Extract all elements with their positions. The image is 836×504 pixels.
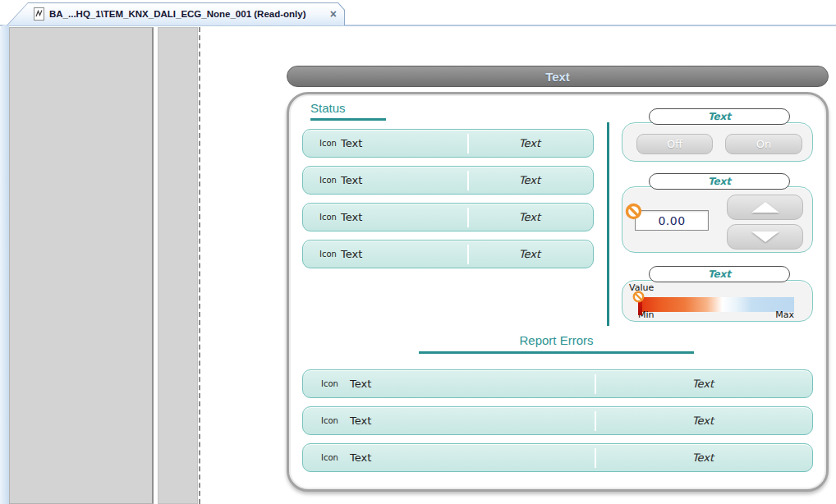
off-button[interactable]: Off xyxy=(636,134,713,154)
document-tab[interactable]: BA_...HQ_1\TEM_KNX_DALI_ECG_None_001 (Re… xyxy=(7,2,345,25)
report-row-icon: Icon xyxy=(321,416,338,425)
report-row-value: Text xyxy=(595,415,811,427)
switch-caption-label: Text xyxy=(708,111,731,122)
on-button[interactable]: On xyxy=(725,134,802,154)
window-frame-edge xyxy=(0,25,9,504)
gradient-group-caption: Text xyxy=(649,266,790,282)
report-row-icon: Icon xyxy=(321,379,338,388)
spinner-group-caption: Text xyxy=(649,173,790,190)
no-entry-icon xyxy=(625,203,642,223)
status-row-icon: Icon xyxy=(319,139,337,148)
app-window: BA_...HQ_1\TEM_KNX_DALI_ECG_None_001 (Re… xyxy=(0,0,836,504)
template-panel: Status Icon Text Text Icon Text Text Ico… xyxy=(287,92,829,492)
status-row-value: Text xyxy=(467,248,592,260)
status-row-label: Text xyxy=(341,211,362,223)
report-error-row[interactable]: Icon Text Text xyxy=(302,369,813,398)
status-row[interactable]: Icon Text Text xyxy=(302,129,594,158)
close-icon[interactable]: × xyxy=(327,8,340,20)
report-row-icon: Icon xyxy=(321,453,338,462)
status-underline xyxy=(310,118,386,121)
dock-splitter[interactable] xyxy=(199,27,200,504)
tab-title: BA_...HQ_1\TEM_KNX_DALI_ECG_None_001 (Re… xyxy=(49,9,322,19)
report-row-value: Text xyxy=(595,451,811,464)
template-header: Text xyxy=(287,66,829,87)
report-row-label: Text xyxy=(350,378,371,390)
status-row-icon: Icon xyxy=(319,213,337,222)
status-row-value: Text xyxy=(467,211,592,223)
decrement-button[interactable] xyxy=(727,224,803,250)
status-row[interactable]: Icon Text Text xyxy=(302,166,594,195)
status-row-label: Text xyxy=(341,137,362,149)
report-errors-underline xyxy=(419,351,694,354)
value-input[interactable]: 0.00 xyxy=(635,210,709,231)
status-row-label: Text xyxy=(341,248,362,260)
report-row-label: Text xyxy=(350,451,371,464)
status-row-icon: Icon xyxy=(319,250,337,259)
status-row-label: Text xyxy=(341,174,362,186)
status-row-value: Text xyxy=(467,137,592,149)
left-dock-panel xyxy=(9,27,154,504)
report-error-row[interactable]: Icon Text Text xyxy=(302,443,813,472)
gradient-caption-label: Text xyxy=(708,268,731,280)
no-entry-icon xyxy=(632,291,645,306)
increment-button[interactable] xyxy=(727,195,803,220)
column-divider xyxy=(607,122,609,326)
switch-group-caption: Text xyxy=(649,108,790,125)
report-row-value: Text xyxy=(595,378,811,390)
report-row-label: Text xyxy=(350,415,371,427)
status-row[interactable]: Icon Text Text xyxy=(302,203,594,231)
status-heading: Status xyxy=(310,101,346,115)
secondary-dock-panel xyxy=(158,27,198,504)
report-errors-heading: Report Errors xyxy=(419,333,694,347)
gradient-max-label: Max xyxy=(769,309,794,320)
status-row-icon: Icon xyxy=(319,176,337,185)
status-row-value: Text xyxy=(467,174,592,186)
document-icon xyxy=(34,7,44,21)
template-header-label: Text xyxy=(545,70,570,84)
up-arrow-icon xyxy=(751,202,779,213)
spinner-caption-label: Text xyxy=(708,176,731,187)
report-error-row[interactable]: Icon Text Text xyxy=(302,406,813,435)
status-row[interactable]: Icon Text Text xyxy=(302,240,594,268)
down-arrow-icon xyxy=(751,231,779,242)
